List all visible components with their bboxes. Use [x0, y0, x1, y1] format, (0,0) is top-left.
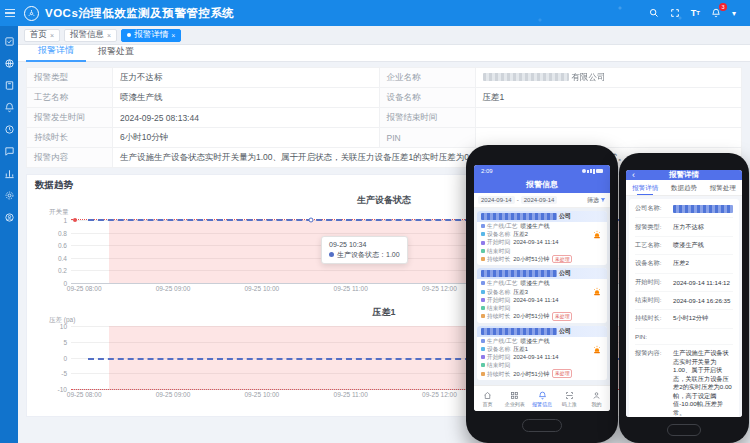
- sidebar-item-bell-icon[interactable]: [4, 99, 15, 110]
- siren-icon: [592, 283, 602, 301]
- date-to-picker[interactable]: 2024-09-14: [521, 196, 558, 204]
- bell-icon[interactable]: 3: [711, 8, 721, 18]
- active-dot: [127, 33, 131, 37]
- notification-badge: 3: [719, 3, 727, 11]
- close-icon[interactable]: ×: [50, 32, 54, 39]
- company-suffix: 公司: [559, 269, 571, 278]
- tooltip-time: 09-25 10:34: [329, 240, 400, 250]
- filter-button[interactable]: 筛选: [587, 196, 606, 205]
- card-row: 生产线/工艺喷漆生产线: [477, 337, 607, 345]
- tag-label: 报警详情: [134, 29, 168, 41]
- app-header: VOCs治理低效监测及预警管控系统 TT 3 ▾: [0, 0, 750, 26]
- funnel-icon: [600, 197, 606, 203]
- bell-icon: [538, 391, 547, 400]
- phone-screen: ‹ 报警详情 报警详情 数据趋势 报警处理 公司名称: 报警类型:压力不达标 工…: [626, 170, 742, 417]
- field-label: 报警结束时间: [379, 108, 475, 128]
- alarm-card[interactable]: 公司 生产线/工艺喷漆生产线 设备名称压差1 开始时间2024-09-14 11…: [477, 326, 607, 380]
- tab-alarm-detail[interactable]: 报警详情: [26, 44, 86, 62]
- y-tick: 0: [63, 354, 67, 361]
- field-row: 结束时间:2024-09-14 16:26:35: [635, 292, 733, 310]
- redacted-company-name: [481, 213, 557, 220]
- company-suffix: 公司: [559, 212, 571, 221]
- y-tick: -10: [58, 386, 67, 393]
- tag-label: 首页: [30, 29, 47, 41]
- card-row: 设备名称压差3: [477, 288, 607, 296]
- close-icon[interactable]: ×: [171, 32, 175, 39]
- duration-value: 6小时10分钟: [113, 128, 380, 148]
- home-icon: [483, 391, 492, 400]
- caret-down-icon[interactable]: ▾: [732, 9, 736, 18]
- fullscreen-icon[interactable]: [670, 8, 680, 18]
- status-time: 2:09: [481, 168, 493, 174]
- y-tick: 0.2: [58, 267, 67, 274]
- phone-alarm-list: 2:09 报警信息 2024-09-14 - 2024-09-14 筛选 公司 …: [466, 145, 618, 443]
- collapse-menu-icon[interactable]: [5, 9, 15, 18]
- y-tick: 0.6: [58, 242, 67, 249]
- card-row: 结束时间: [477, 247, 607, 255]
- field-row: 开始时间:2024-09-14 11:14:12: [635, 274, 733, 292]
- search-icon[interactable]: [649, 8, 659, 18]
- tag-alarm-detail[interactable]: 报警详情 ×: [121, 29, 181, 42]
- y-tick: 0.4: [58, 254, 67, 261]
- y-tick: -5: [61, 370, 67, 377]
- start-time-value: 2024-09-25 08:13:44: [113, 108, 380, 128]
- field-row: PIN:: [635, 329, 733, 345]
- alarm-card[interactable]: 公司 生产线/工艺喷漆生产线 设备名称压差2 开始时间2024-09-14 11…: [477, 211, 607, 265]
- sidebar-item-message-icon[interactable]: [4, 143, 15, 154]
- field-row: 持续时长:5小时12分钟: [635, 310, 733, 328]
- field-label: 报警发生时间: [27, 108, 113, 128]
- phone-home-button[interactable]: [522, 419, 562, 432]
- tag-home[interactable]: 首页 ×: [24, 29, 60, 42]
- phone-alarm-detail: ‹ 报警详情 报警详情 数据趋势 报警处理 公司名称: 报警类型:压力不达标 工…: [619, 153, 749, 443]
- sidebar-item-bar-chart-icon[interactable]: [4, 165, 15, 176]
- x-tick: 09-25 12:00: [422, 285, 457, 292]
- date-from-picker[interactable]: 2024-09-14: [478, 196, 515, 204]
- nav-alarm-info[interactable]: 报警信息: [528, 386, 555, 411]
- card-row: 生产线/工艺喷漆生产线: [477, 279, 607, 287]
- sidebar-item-book-icon[interactable]: [4, 77, 15, 88]
- siren-icon: [592, 341, 602, 359]
- sidebar-item-globe-icon[interactable]: [4, 55, 15, 66]
- sidebar-item-gear-icon[interactable]: [4, 187, 15, 198]
- table-row: 持续时长 6小时10分钟 PIN: [27, 128, 742, 148]
- x-tick: 09-25 08:00: [67, 285, 102, 292]
- font-size-icon[interactable]: TT: [691, 9, 700, 18]
- nav-home[interactable]: 首页: [474, 386, 501, 411]
- nav-company-list[interactable]: 企业列表: [501, 386, 528, 411]
- sidebar-item-user-icon[interactable]: [4, 209, 15, 220]
- tag-alarm-info[interactable]: 报警信息 ×: [64, 29, 117, 42]
- nav-scan-code[interactable]: 码上淮: [556, 386, 583, 411]
- field-row: 设备名称:压差2: [635, 255, 733, 273]
- card-header: 公司: [477, 268, 607, 279]
- table-row: 工艺名称 喷漆生产线 设备名称 压差1: [27, 88, 742, 108]
- tab-data-trend[interactable]: 数据趋势: [665, 180, 704, 195]
- field-label: 企业名称: [379, 68, 475, 88]
- company-suffix: 有限公司: [572, 72, 606, 82]
- close-icon[interactable]: ×: [107, 32, 111, 39]
- nav-profile[interactable]: 我的: [583, 386, 610, 411]
- filter-bar: 2024-09-14 - 2024-09-14 筛选: [474, 193, 610, 208]
- end-time-value: [475, 108, 742, 128]
- card-header: 公司: [477, 211, 607, 222]
- alarm-card[interactable]: 公司 生产线/工艺喷漆生产线 设备名称压差3 开始时间2024-09-14 11…: [477, 268, 607, 322]
- phone-home-button[interactable]: [667, 424, 701, 436]
- series-dot: [329, 252, 334, 257]
- field-row: 工艺名称:喷漆生产线: [635, 237, 733, 255]
- status-badge: 未处理: [552, 369, 572, 378]
- sidebar-item-check-square-icon[interactable]: [4, 33, 15, 44]
- table-row: 报警发生时间 2024-09-25 08:13:44 报警结束时间: [27, 108, 742, 128]
- app-title: VOCs治理低效监测及预警管控系统: [45, 6, 234, 21]
- tab-alarm-handle[interactable]: 报警处置: [86, 45, 146, 61]
- tab-alarm-handle[interactable]: 报警处理: [703, 180, 742, 195]
- card-row: 设备名称压差1: [477, 345, 607, 353]
- back-icon[interactable]: ‹: [632, 170, 635, 180]
- sidebar-item-clock-icon[interactable]: [4, 121, 15, 132]
- phone-screen: 2:09 报警信息 2024-09-14 - 2024-09-14 筛选 公司 …: [474, 165, 610, 411]
- redacted-company-name: [481, 328, 557, 335]
- tab-alarm-detail[interactable]: 报警详情: [626, 180, 665, 195]
- tab-tags-bar: 首页 × 报警信息 × 报警详情 ×: [18, 26, 750, 45]
- company-suffix: 公司: [559, 327, 571, 336]
- card-row: 生产线/工艺喷漆生产线: [477, 222, 607, 230]
- person-icon: [592, 391, 601, 400]
- x-tick: 09-25 12:00: [422, 391, 457, 398]
